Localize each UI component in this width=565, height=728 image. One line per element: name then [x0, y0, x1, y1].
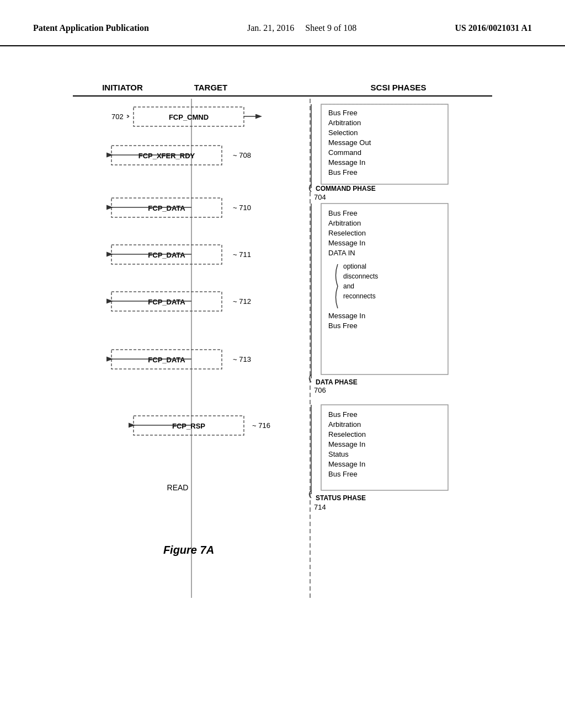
status-phase-label: STATUS PHASE [316, 494, 366, 502]
scsi-disconnects: disconnects [343, 272, 378, 280]
fcp-data-712-label: FCP_DATA [148, 298, 185, 306]
fcp-cmnd-label: FCP_CMND [169, 113, 209, 121]
publication-info: Jan. 21, 2016 Sheet 9 of 108 [247, 22, 356, 34]
ref-712: ~ 712 [233, 297, 251, 306]
ref-704: 704 [314, 193, 326, 201]
scsi-and: and [343, 282, 354, 290]
page-header: Patent Application Publication Jan. 21, … [0, 0, 565, 46]
col-scsi-label: SCSI PHASES [371, 83, 427, 92]
optional-brace [336, 264, 338, 308]
main-diagram: INITIATOR TARGET SCSI PHASES FCP_CMND 70… [56, 74, 509, 681]
scsi-bus-free-4: Bus Free [328, 322, 358, 330]
figure-caption: Figure 7A [163, 544, 214, 556]
scsi-message-in-5: Message In [328, 460, 365, 468]
scsi-reselection-2: Reselection [328, 430, 366, 438]
scsi-bus-free-3: Bus Free [328, 209, 358, 217]
col-target-label: TARGET [194, 83, 228, 92]
publication-title: Patent Application Publication [33, 22, 149, 34]
scsi-data-in: DATA IN [328, 249, 355, 257]
ref-711: ~ 711 [233, 250, 251, 259]
scsi-arbitration-1: Arbitration [328, 119, 361, 127]
fcp-xfer-label: FCP_XFER_RDY [138, 152, 195, 160]
scsi-message-in-3: Message In [328, 312, 365, 320]
ref-716: ~ 716 [252, 421, 270, 430]
diagram-wrapper: INITIATOR TARGET SCSI PHASES FCP_CMND 70… [56, 74, 509, 683]
patent-number: US 2016/0021031 A1 [455, 22, 532, 34]
pub-date: Jan. 21, 2016 [247, 23, 294, 33]
scsi-bus-free-2: Bus Free [328, 168, 358, 176]
scsi-status: Status [328, 450, 349, 458]
col-initiator-label: INITIATOR [102, 83, 143, 92]
fcp-data-713-label: FCP_DATA [148, 356, 185, 364]
scsi-bus-free-5: Bus Free [328, 410, 358, 419]
scsi-message-in-4: Message In [328, 440, 365, 448]
sheet-info: Sheet 9 of 108 [305, 23, 356, 33]
scsi-bus-free-6: Bus Free [328, 470, 358, 478]
ref-710: ~ 710 [233, 204, 251, 212]
ref-702: 702 [111, 113, 124, 121]
main-content: INITIATOR TARGET SCSI PHASES FCP_CMND 70… [0, 46, 565, 705]
scsi-selection: Selection [328, 129, 358, 137]
ref-708: ~ 708 [233, 151, 251, 159]
fcp-data-710-label: FCP_DATA [148, 204, 185, 212]
scsi-bus-free-1: Bus Free [328, 109, 358, 117]
ref-706: 706 [314, 386, 326, 394]
scsi-optional: optional [343, 263, 366, 270]
ref-702-curve [127, 115, 129, 117]
command-phase-label: COMMAND PHASE [316, 185, 376, 192]
scsi-reselection-1: Reselection [328, 229, 366, 237]
scsi-command: Command [328, 148, 361, 157]
scsi-message-in-1: Message In [328, 158, 365, 167]
data-phase-label: DATA PHASE [316, 378, 358, 386]
scsi-reconnects: reconnects [343, 292, 376, 300]
scsi-arbitration-2: Arbitration [328, 219, 361, 227]
fcp-rsp-label: FCP_RSP [172, 422, 205, 430]
read-label: READ [167, 483, 189, 492]
ref-713: ~ 713 [233, 355, 251, 363]
scsi-arbitration-3: Arbitration [328, 420, 361, 429]
ref-714: 714 [314, 503, 326, 511]
scsi-message-out: Message Out [328, 138, 371, 147]
scsi-message-in-2: Message In [328, 239, 365, 247]
fcp-data-711-label: FCP_DATA [148, 251, 185, 259]
